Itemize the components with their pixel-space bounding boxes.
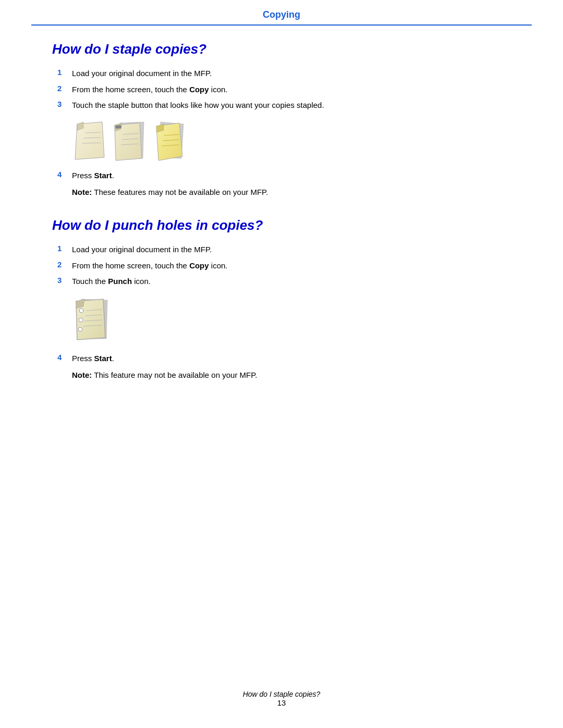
staple-note: Note: These features may not be availabl… <box>72 188 521 196</box>
page-title: Copying <box>263 9 300 20</box>
punch-note: Note: This feature may not be available … <box>72 371 521 379</box>
step-item: 4 Press Start. <box>52 353 521 365</box>
punch-step-1-text: Load your original document in the MFP. <box>72 244 212 256</box>
staple-step4-list: 4 Press Start. <box>52 170 521 182</box>
page-footer: How do I staple copies? 13 <box>0 690 563 707</box>
staple-icon-3 <box>151 120 187 162</box>
step-item: 1 Load your original document in the MFP… <box>52 68 521 80</box>
punch-step4-list: 4 Press Start. <box>52 353 521 365</box>
punch-step-number-3: 3 <box>57 276 72 285</box>
step-item: 4 Press Start. <box>52 170 521 182</box>
punch-step-number-4: 4 <box>57 353 72 362</box>
step-number-3: 3 <box>57 100 72 108</box>
step-item: 2 From the home screen, touch the Copy i… <box>52 260 521 272</box>
punch-step-2-text: From the home screen, touch the Copy ico… <box>72 260 227 272</box>
section-staple: How do I staple copies? 1 Load your orig… <box>52 41 521 196</box>
step-4-text: Press Start. <box>72 170 114 182</box>
note-text: These features may not be available on y… <box>92 188 268 196</box>
step-item: 3 Touch the staple button that looks lik… <box>52 100 521 112</box>
step-item: 2 From the home screen, touch the Copy i… <box>52 84 521 96</box>
svg-rect-8 <box>116 125 121 128</box>
note-bold: Note: <box>72 188 92 196</box>
step-1-text: Load your original document in the MFP. <box>72 68 212 80</box>
section-staple-title: How do I staple copies? <box>52 41 521 57</box>
step-number-1: 1 <box>57 68 72 77</box>
punch-icon-svg <box>72 296 114 343</box>
punch-note-text: This feature may not be available on you… <box>92 371 257 379</box>
main-content: How do I staple copies? 1 Load your orig… <box>0 26 563 442</box>
step-number-4: 4 <box>57 170 72 179</box>
step-2-text: From the home screen, touch the Copy ico… <box>72 84 227 96</box>
svg-point-21 <box>79 309 83 313</box>
punch-step-number-1: 1 <box>57 244 72 253</box>
page-header: Copying <box>31 0 532 26</box>
punch-step-number-2: 2 <box>57 260 72 269</box>
punch-step-3-text: Touch the Punch icon. <box>72 276 151 288</box>
step-number-2: 2 <box>57 84 72 93</box>
punch-note-bold: Note: <box>72 371 92 379</box>
section-punch: How do I punch holes in copies? 1 Load y… <box>52 217 521 379</box>
punch-steps: 1 Load your original document in the MFP… <box>52 244 521 288</box>
step-item: 1 Load your original document in the MFP… <box>52 244 521 256</box>
section-punch-title: How do I punch holes in copies? <box>52 217 521 233</box>
footer-text: How do I staple copies? <box>0 690 563 698</box>
staple-images <box>72 120 521 162</box>
punch-step-4-text: Press Start. <box>72 353 114 365</box>
footer-page-number: 13 <box>0 698 563 707</box>
step-item: 3 Touch the Punch icon. <box>52 276 521 288</box>
svg-point-23 <box>78 327 82 331</box>
svg-point-22 <box>79 318 83 322</box>
step-3-text: Touch the staple button that looks like … <box>72 100 324 112</box>
staple-icon-2 <box>112 120 147 162</box>
staple-steps: 1 Load your original document in the MFP… <box>52 68 521 112</box>
staple-icon-1 <box>72 120 107 162</box>
punch-image <box>72 296 521 344</box>
